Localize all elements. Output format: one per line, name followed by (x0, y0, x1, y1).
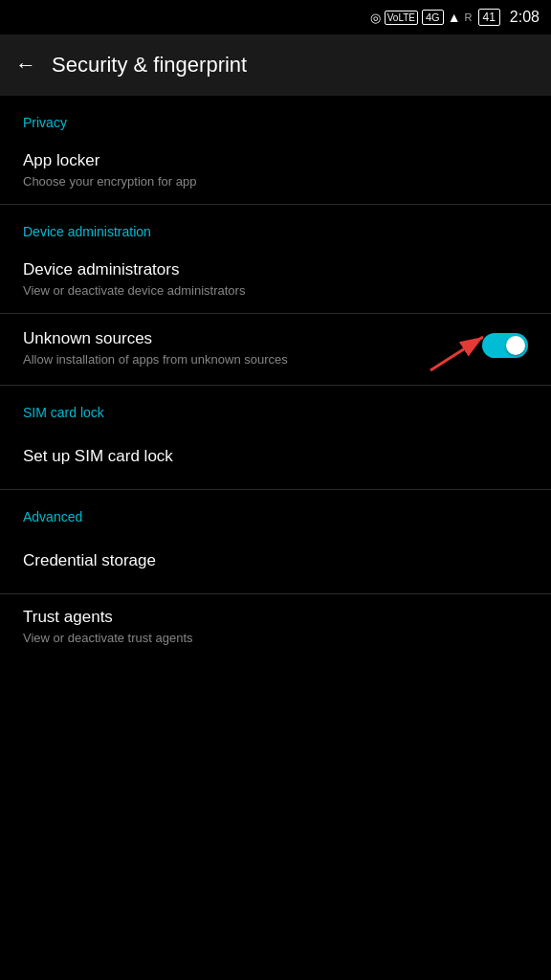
section-sim-card-lock: SIM card lock Set up SIM card lock (0, 386, 551, 490)
roaming-icon: R (465, 11, 473, 23)
section-advanced: Advanced Credential storage Trust agents… (0, 490, 551, 660)
status-icons: ◎ VoLTE 4G ▲ R 41 (370, 9, 500, 26)
item-trust-agents-subtitle: View or deactivate trust agents (23, 630, 528, 647)
page-title: Security & fingerprint (52, 53, 247, 78)
item-unknown-sources[interactable]: Unknown sources Allow installation of ap… (0, 314, 551, 384)
section-header-sim: SIM card lock (0, 386, 551, 428)
battery-icon: 41 (478, 9, 500, 26)
item-unknown-sources-subtitle: Allow installation of apps from unknown … (23, 351, 367, 368)
target-icon: ◎ (370, 11, 381, 25)
back-button[interactable]: ← (15, 53, 36, 78)
item-setup-sim-lock-title: Set up SIM card lock (23, 447, 528, 466)
item-app-locker-title: App locker (23, 151, 528, 170)
section-header-device-admin: Device administration (0, 205, 551, 247)
section-header-privacy: Privacy (0, 96, 551, 138)
signal-icon: ▲ (448, 10, 461, 25)
item-device-admin-subtitle: View or deactivate device administrators (23, 282, 528, 300)
unknown-sources-toggle-wrapper (482, 333, 528, 358)
item-app-locker-subtitle: Choose your encryption for app (23, 173, 528, 190)
unknown-sources-toggle[interactable] (482, 333, 528, 358)
section-privacy: Privacy App locker Choose your encryptio… (0, 96, 551, 205)
toggle-knob (506, 336, 525, 355)
item-trust-agents[interactable]: Trust agents View or deactivate trust ag… (0, 594, 551, 660)
volte-badge: VoLTE (385, 11, 418, 25)
item-app-locker[interactable]: App locker Choose your encryption for ap… (0, 138, 551, 204)
item-device-administrators[interactable]: Device administrators View or deactivate… (0, 247, 551, 313)
section-device-administration: Device administration Device administrat… (0, 205, 551, 385)
status-time: 2:08 (510, 9, 540, 26)
network-type: 4G (422, 10, 444, 25)
item-device-admin-title: Device administrators (23, 260, 528, 279)
item-credential-storage-title: Credential storage (23, 551, 528, 570)
item-setup-sim-lock[interactable]: Set up SIM card lock (0, 428, 551, 489)
section-header-advanced: Advanced (0, 490, 551, 532)
item-trust-agents-title: Trust agents (23, 608, 528, 627)
item-credential-storage[interactable]: Credential storage (0, 532, 551, 593)
toolbar: ← Security & fingerprint (0, 34, 551, 96)
status-bar: ◎ VoLTE 4G ▲ R 41 2:08 (0, 0, 551, 34)
item-unknown-sources-title: Unknown sources (23, 329, 482, 348)
